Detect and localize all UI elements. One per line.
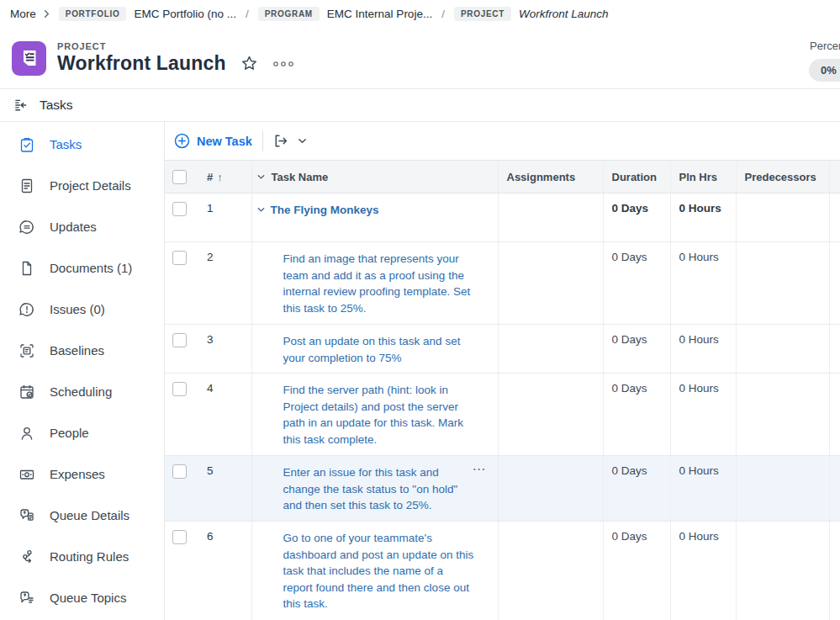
collapse-panel-icon[interactable] [13, 98, 29, 114]
sidebar-item-label: Expenses [50, 467, 105, 481]
column-header-pln-hrs[interactable]: Pln Hrs [670, 161, 736, 193]
sidebar-item-documents[interactable]: Documents (1) [0, 247, 164, 289]
breadcrumb-items: PORTFOLIOEMC Portfolio (no .../PROGRAMEM… [59, 7, 609, 21]
task-assignments [498, 193, 603, 242]
sidebar-item-label: Project Details [50, 178, 131, 193]
sidebar-item-scheduling[interactable]: Scheduling [0, 371, 164, 412]
section-bar: Tasks [0, 89, 840, 122]
project-header: PROJECT Workfront Launch Percer 0% [0, 28, 840, 89]
breadcrumb-more[interactable]: More [10, 8, 51, 20]
row-checkbox[interactable] [172, 464, 187, 479]
queue-topics-icon [18, 590, 35, 607]
sidebar-item-tasks[interactable]: Tasks [0, 124, 164, 165]
sidebar-item-routing-rules[interactable]: Routing Rules [0, 536, 164, 577]
sidebar-item-issues[interactable]: Issues (0) [0, 289, 164, 330]
row-checkbox[interactable] [172, 530, 187, 544]
task-name-cell: The Flying Monkeys ⋯ [251, 193, 498, 242]
percent-complete-value: 0% [821, 64, 837, 77]
task-planned-hours: 0 Hours [670, 193, 736, 242]
project-eyebrow: PROJECT [57, 41, 294, 51]
task-predecessors [736, 522, 829, 620]
task-assignments [498, 456, 603, 522]
row-checkbox[interactable] [172, 251, 187, 265]
main-content: New Task #↑ Task Name [165, 122, 840, 620]
task-name-cell: Find an image that represents your team … [251, 242, 498, 325]
task-duration: 0 Days [603, 242, 670, 325]
table-row: 6 Go to one of your teammate's dashboard… [165, 522, 840, 620]
empty-cell [829, 325, 840, 374]
page-title: Workfront Launch [57, 52, 226, 75]
row-select-cell [165, 193, 195, 242]
number-header-label: # [207, 171, 213, 183]
task-name-link[interactable]: Go to one of your teammate's dashboard a… [283, 530, 475, 612]
task-number: 6 [195, 522, 251, 620]
breadcrumb-item-label[interactable]: EMC Internal Proje... [327, 8, 432, 20]
task-name-header-label: Task Name [272, 171, 329, 183]
table-row: 1 The Flying Monkeys ⋯ 0 Days 0 Hours [165, 193, 840, 242]
breadcrumb-type-badge: PROJECT [454, 7, 511, 21]
predecessors-header-label: Predecessors [745, 171, 816, 183]
table-header-row: #↑ Task Name Assignments Duration Pln Hr… [165, 161, 840, 193]
people-icon [18, 425, 35, 442]
table-row: 2 Find an image that represents your tea… [165, 242, 840, 325]
task-planned-hours: 0 Hours [670, 325, 736, 374]
task-predecessors [736, 193, 829, 242]
task-table: #↑ Task Name Assignments Duration Pln Hr… [165, 160, 840, 620]
row-checkbox[interactable] [172, 202, 187, 216]
sidebar-item-people[interactable]: People [0, 412, 164, 453]
task-assignments [498, 522, 603, 620]
sidebar-item-label: Updates [50, 220, 97, 234]
toolbar-divider [262, 131, 263, 151]
column-header-duration[interactable]: Duration [603, 161, 670, 193]
task-predecessors [736, 242, 829, 325]
tasks-icon [18, 136, 35, 153]
chevron-down-icon[interactable] [256, 172, 266, 182]
sidebar-item-updates[interactable]: Updates [0, 206, 164, 247]
column-header-assignments[interactable]: Assignments [498, 161, 603, 193]
export-arrow-icon [272, 132, 289, 150]
task-assignments [498, 242, 603, 325]
row-select-cell [165, 374, 195, 456]
task-name-link[interactable]: Find the server path (hint: look in Proj… [283, 382, 475, 448]
sidebar-item-expenses[interactable]: Expenses [0, 453, 164, 495]
new-task-button[interactable]: New Task [173, 132, 252, 150]
circle-plus-icon [173, 132, 191, 150]
star-outline-icon[interactable] [240, 55, 258, 72]
scheduling-icon [18, 384, 35, 400]
export-button[interactable] [272, 132, 308, 150]
task-number: 2 [195, 242, 251, 325]
task-planned-hours: 0 Hours [670, 242, 736, 325]
sidebar-item-baselines[interactable]: Baselines [0, 330, 164, 371]
task-predecessors [736, 456, 829, 522]
task-name-cell: Enter an issue for this task and change … [251, 456, 498, 522]
breadcrumb-separator: / [246, 8, 249, 20]
sidebar-item-label: Issues (0) [50, 302, 105, 316]
task-name-link[interactable]: Post an update on this task and set your… [283, 333, 475, 366]
row-more-icon[interactable]: ⋯ [473, 464, 487, 475]
sidebar-item-label: Scheduling [50, 384, 112, 399]
task-name-link[interactable]: Find an image that represents your team … [283, 251, 475, 316]
task-name-link[interactable]: The Flying Monkeys [271, 202, 379, 219]
sidebar-item-project-details[interactable]: Project Details [0, 165, 164, 206]
row-select-cell [165, 325, 195, 374]
sidebar-item-queue-topics[interactable]: Queue Topics [0, 577, 164, 618]
ellipsis-icon[interactable] [272, 60, 294, 68]
column-header-number[interactable]: #↑ [195, 161, 251, 193]
sidebar-item-queue-details[interactable]: Queue Details [0, 495, 164, 536]
breadcrumb-item-label[interactable]: Workfront Launch [519, 8, 609, 20]
breadcrumb-item-label[interactable]: EMC Portfolio (no ... [134, 8, 236, 20]
breadcrumb-more-label: More [10, 8, 36, 20]
left-nav: TasksProject DetailsUpdatesDocuments (1)… [0, 122, 165, 620]
task-name-link[interactable]: Enter an issue for this task and change … [283, 464, 475, 514]
column-header-predecessors[interactable]: Predecessors [736, 161, 829, 193]
select-all-checkbox[interactable] [172, 170, 187, 184]
row-checkbox[interactable] [172, 382, 187, 396]
chevron-down-icon[interactable] [256, 205, 266, 215]
chevron-down-icon [297, 135, 308, 146]
percent-complete-badge: 0% [809, 59, 840, 82]
task-duration: 0 Days [603, 456, 670, 522]
row-checkbox[interactable] [172, 333, 187, 347]
duration-header-label: Duration [612, 171, 657, 183]
breadcrumb-type-badge: PROGRAM [258, 7, 320, 21]
column-header-task-name[interactable]: Task Name [251, 161, 498, 193]
